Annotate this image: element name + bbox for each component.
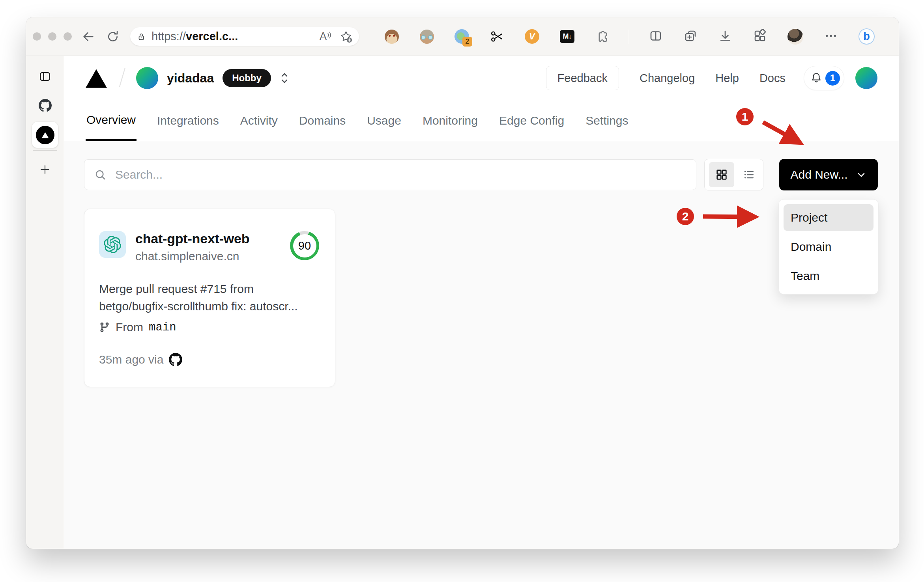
downloads-button[interactable] (718, 29, 732, 45)
add-to-collection-button[interactable] (683, 29, 698, 45)
user-avatar[interactable] (855, 67, 877, 89)
slash-divider-icon (117, 66, 127, 88)
url-text[interactable]: https://vercel.c... (152, 30, 320, 43)
vercel-site-header: yidadaa Hobby Feedback Changelog Help Do… (64, 56, 899, 141)
favorites-button[interactable] (339, 30, 353, 43)
window-body: yidadaa Hobby Feedback Changelog Help Do… (26, 56, 899, 548)
extension-badge: 2 (462, 37, 472, 47)
apps-grid-button[interactable] (753, 29, 767, 45)
project-name[interactable]: chat-gpt-next-web (135, 231, 286, 246)
vercel-page: yidadaa Hobby Feedback Changelog Help Do… (64, 56, 899, 548)
deploy-meta: 35m ago via (99, 353, 319, 366)
zoom-window-button[interactable] (64, 32, 72, 41)
notifications-button[interactable]: 1 (804, 66, 844, 90)
reader-a-glyph: A (320, 30, 327, 43)
browser-window: https://vercel.c... A 2 (26, 17, 899, 549)
back-arrow-icon (82, 30, 95, 43)
monkey-extension-icon[interactable] (384, 29, 399, 44)
close-window-button[interactable] (33, 32, 41, 41)
immersive-reader-button[interactable]: A (320, 30, 331, 43)
git-branch-icon (99, 322, 110, 333)
changelog-link[interactable]: Changelog (640, 72, 695, 85)
add-new-button[interactable]: Add New... (779, 159, 878, 190)
vercel-logo[interactable] (86, 68, 107, 88)
menu-item-team[interactable]: Team (784, 263, 873, 289)
plus-icon (39, 163, 51, 176)
sidebar-tab-vercel-active[interactable] (32, 122, 58, 148)
help-link[interactable]: Help (715, 72, 739, 85)
score-ring[interactable]: 90 (290, 231, 319, 260)
breadcrumb-slash (117, 66, 127, 90)
notification-count-badge: 1 (825, 71, 840, 86)
bing-chat-button[interactable]: b (859, 28, 875, 45)
docs-link[interactable]: Docs (759, 72, 786, 85)
address-bar[interactable]: https://vercel.c... A (130, 27, 359, 46)
new-tab-button[interactable] (39, 163, 51, 176)
project-card[interactable]: chat-gpt-next-web chat.simplenaive.cn 90… (84, 209, 335, 387)
v-letter: V (525, 29, 539, 44)
tab-panel-icon (39, 70, 51, 83)
girl-face (420, 30, 434, 44)
list-view-button[interactable] (739, 162, 759, 187)
sidebar-pane-toggle-button[interactable] (39, 70, 51, 84)
window-controls (33, 32, 72, 41)
reload-button[interactable] (105, 29, 121, 45)
markdown-label: M↓ (560, 30, 574, 43)
tab-edge-config[interactable]: Edge Config (498, 100, 565, 141)
markdown-extension-icon[interactable]: M↓ (560, 29, 574, 44)
url-domain: vercel.c... (186, 30, 238, 43)
branch-name: main (149, 321, 176, 334)
download-icon (718, 29, 732, 43)
list-view-icon (742, 168, 756, 181)
avatar-extension-icon[interactable] (419, 29, 434, 44)
openai-logo-icon (104, 236, 121, 253)
browser-toolbar: https://vercel.c... A 2 (26, 17, 899, 56)
tab-settings[interactable]: Settings (585, 100, 629, 141)
v-extension-icon[interactable]: V (525, 29, 539, 44)
search-icon (94, 168, 107, 181)
menu-item-domain[interactable]: Domain (784, 233, 873, 260)
branch-row: From main (99, 321, 319, 334)
tab-domains[interactable]: Domains (298, 100, 346, 141)
puzzle-glyph (595, 29, 610, 44)
tab-usage[interactable]: Usage (366, 100, 402, 141)
reader-waves-icon (327, 31, 331, 39)
commit-message: Merge pull request #715 from betgo/bugfi… (99, 280, 319, 315)
lock-icon[interactable] (137, 32, 146, 41)
scissors-extension-icon[interactable] (490, 29, 504, 44)
score-value: 90 (293, 234, 316, 257)
extension-icons: 2 V M↓ (384, 29, 610, 44)
menu-item-project[interactable]: Project (784, 204, 873, 231)
tab-overview[interactable]: Overview (86, 100, 137, 141)
vercel-triangle-icon (40, 130, 50, 140)
search-input[interactable] (115, 168, 686, 181)
monkey-face (385, 30, 399, 44)
more-menu-button[interactable] (824, 29, 838, 45)
tab-integrations[interactable]: Integrations (156, 100, 220, 141)
add-new-label: Add New... (790, 168, 847, 181)
team-avatar[interactable] (136, 67, 158, 89)
scissors-glyph (490, 29, 504, 44)
vercel-logo-triangle-icon (86, 68, 107, 88)
deploy-time: 35m ago via (99, 353, 163, 366)
feedback-button[interactable]: Feedback (546, 66, 619, 90)
grid-view-button[interactable] (709, 162, 734, 187)
browser-profile-avatar[interactable] (787, 29, 803, 45)
star-add-icon (339, 30, 353, 43)
bell-icon (810, 71, 823, 85)
team-switcher-button[interactable] (277, 69, 292, 87)
back-button[interactable] (80, 29, 96, 45)
team-name[interactable]: yidadaa (167, 71, 214, 86)
minimize-window-button[interactable] (48, 32, 56, 41)
project-domain[interactable]: chat.simplenaive.cn (135, 250, 286, 263)
extensions-puzzle-icon[interactable] (595, 29, 610, 44)
search-box[interactable] (84, 159, 696, 190)
commit-line-1: Merge pull request #715 from (99, 280, 319, 298)
url-scheme: https:// (152, 30, 186, 43)
tab-activity[interactable]: Activity (239, 100, 279, 141)
edge-sidebar (26, 56, 64, 548)
split-screen-button[interactable] (649, 29, 663, 45)
blue-green-extension-icon[interactable]: 2 (455, 29, 469, 44)
tab-monitoring[interactable]: Monitoring (422, 100, 479, 141)
sidebar-tab-github[interactable] (39, 99, 52, 112)
